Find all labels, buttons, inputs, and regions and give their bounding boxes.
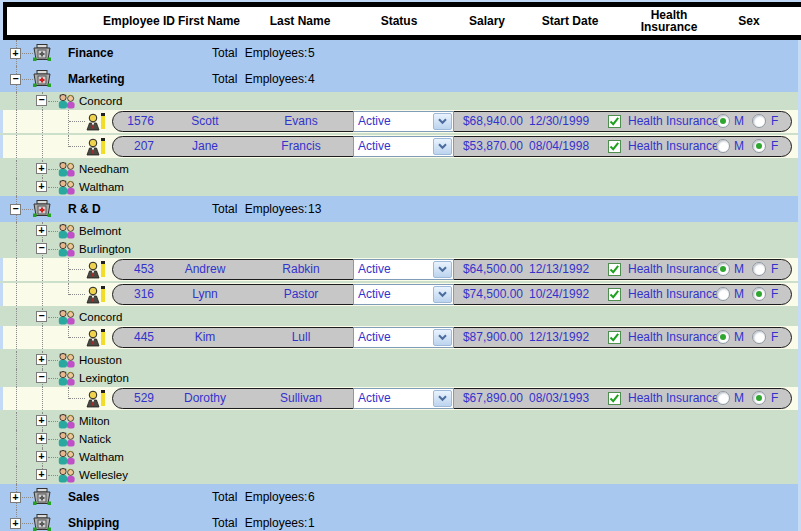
sex-male-label: M (734, 283, 744, 306)
sex-female-radio[interactable] (752, 330, 766, 344)
tree-connector (48, 421, 58, 422)
last-name-value: Francis (251, 135, 351, 158)
expand-toggle[interactable]: + (10, 518, 21, 529)
health-insurance-checkbox[interactable] (608, 115, 621, 128)
city-icon (58, 309, 76, 329)
sex-male-radio[interactable] (716, 391, 730, 405)
sex-male-radio[interactable] (716, 330, 730, 344)
city-icon (58, 370, 76, 390)
employee-row: 445 Kim Lull Active $87,900.00 12/13/199… (0, 326, 801, 351)
sex-female-radio[interactable] (752, 262, 766, 276)
expand-toggle[interactable]: − (10, 74, 21, 85)
sex-female-label: F (771, 135, 778, 158)
chevron-down-icon (438, 395, 447, 402)
department-name: Sales (68, 484, 99, 510)
total-employees-count: 5 (308, 40, 315, 66)
tree-connector (48, 360, 58, 361)
check-icon (609, 289, 620, 300)
city-name: Natick (79, 430, 111, 448)
expand-toggle[interactable]: + (36, 181, 47, 192)
health-insurance-checkbox[interactable] (608, 263, 621, 276)
health-insurance-label: Health Insurance (628, 258, 719, 281)
city-row: − Burlington (0, 240, 801, 258)
sex-male-radio[interactable] (716, 139, 730, 153)
sex-female-radio[interactable] (752, 139, 766, 153)
expand-toggle[interactable]: − (36, 311, 47, 322)
status-dropdown[interactable]: Active (353, 259, 454, 280)
pencil-icon (101, 138, 105, 154)
tree-guide-line (16, 412, 17, 430)
sex-female-radio[interactable] (752, 114, 766, 128)
chevron-down-icon (438, 334, 447, 341)
city-name: Milton (79, 412, 110, 430)
expand-toggle[interactable]: + (36, 354, 47, 365)
sex-male-radio[interactable] (716, 287, 730, 301)
expand-toggle[interactable]: + (10, 48, 21, 59)
city-name: Waltham (79, 178, 124, 196)
city-row: + Waltham (0, 448, 801, 466)
tree-rows: + Finance Total Employees: 5 − (0, 40, 801, 531)
city-icon (58, 223, 76, 243)
expand-toggle[interactable]: − (36, 95, 47, 106)
chevron-down-icon (438, 118, 447, 125)
expand-toggle[interactable]: + (36, 469, 47, 480)
col-header-first-name: First Name (172, 7, 246, 35)
expand-toggle[interactable]: + (36, 451, 47, 462)
expand-toggle[interactable]: + (10, 492, 21, 503)
expand-toggle[interactable]: − (36, 372, 47, 383)
employee-icon (85, 261, 102, 283)
tree-guide-line (16, 369, 17, 387)
status-dropdown[interactable]: Active (353, 111, 454, 132)
status-value: Active (358, 112, 391, 131)
salary-value: $53,870.00 (448, 135, 523, 158)
tree-connector (48, 475, 58, 476)
status-dropdown[interactable]: Active (353, 388, 454, 409)
expand-toggle[interactable]: + (36, 163, 47, 174)
check-icon (609, 116, 620, 127)
expand-toggle[interactable]: + (36, 415, 47, 426)
city-name: Concord (79, 92, 122, 110)
city-row: − Lexington (0, 369, 801, 387)
status-dropdown[interactable]: Active (353, 327, 454, 348)
employee-row: 207 Jane Francis Active $53,870.00 08/04… (0, 135, 801, 160)
tree-connector (48, 231, 58, 232)
total-employees-label: Total Employees: (212, 66, 307, 92)
sex-female-radio[interactable] (752, 287, 766, 301)
department-name: Shipping (68, 510, 119, 531)
expand-toggle[interactable]: + (36, 225, 47, 236)
city-name: Needham (79, 160, 129, 178)
expand-toggle[interactable]: − (10, 204, 21, 215)
status-dropdown[interactable]: Active (353, 136, 454, 157)
tree-guide-line (42, 326, 43, 349)
department-icon (31, 70, 53, 92)
tree-guide-line (16, 110, 17, 133)
city-row: + Wellesley (0, 466, 801, 484)
employee-row: 1576 Scott Evans Active $68,940.00 12/30… (0, 110, 801, 135)
tree-guide-line (42, 258, 43, 281)
city-icon (58, 352, 76, 372)
health-insurance-checkbox[interactable] (608, 392, 621, 405)
tree-connector (48, 457, 58, 458)
sex-male-radio[interactable] (716, 262, 730, 276)
city-icon (58, 413, 76, 433)
health-insurance-checkbox[interactable] (608, 331, 621, 344)
status-dropdown[interactable]: Active (353, 284, 454, 305)
health-insurance-checkbox[interactable] (608, 140, 621, 153)
chevron-down-icon (438, 143, 447, 150)
tree-guide-line (16, 240, 17, 258)
sex-male-radio[interactable] (716, 114, 730, 128)
employee-id-value: 316 (114, 283, 154, 306)
tree-guide-line (68, 283, 69, 295)
health-insurance-checkbox[interactable] (608, 288, 621, 301)
expand-toggle[interactable]: − (36, 243, 47, 254)
city-row: + Houston (0, 351, 801, 369)
city-row: + Natick (0, 430, 801, 448)
city-icon (58, 449, 76, 469)
sex-female-radio[interactable] (752, 391, 766, 405)
sex-female-label: F (771, 326, 778, 349)
employee-row: 453 Andrew Rabkin Active $64,500.00 12/1… (0, 258, 801, 283)
expand-toggle[interactable]: + (36, 433, 47, 444)
employee-id-value: 207 (114, 135, 154, 158)
employee-row: 529 Dorothy Sullivan Active $67,890.00 0… (0, 387, 801, 412)
health-insurance-label: Health Insurance (628, 326, 719, 349)
